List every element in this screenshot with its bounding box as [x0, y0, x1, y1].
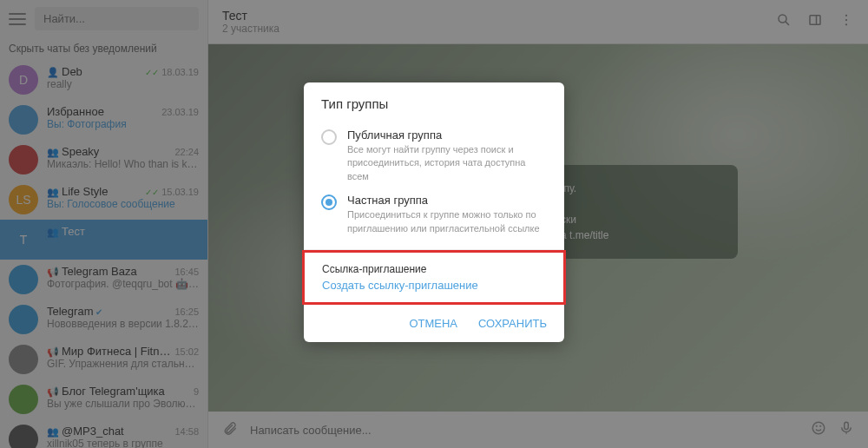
- save-button[interactable]: СОХРАНИТЬ: [478, 317, 547, 330]
- invite-link-section: Ссылка-приглашение Создать ссылку-пригла…: [302, 250, 566, 305]
- radio-option[interactable]: Публичная группаВсе могут найти группу ч…: [321, 123, 547, 188]
- radio-circle: [321, 129, 337, 145]
- create-invite-link[interactable]: Создать ссылку-приглашение: [322, 279, 546, 292]
- radio-option[interactable]: Частная группаПрисоединиться к группе мо…: [321, 188, 547, 240]
- radio-description: Присоединиться к группе можно только по …: [347, 208, 547, 235]
- invite-title: Ссылка-приглашение: [322, 263, 546, 275]
- dialog-title: Тип группы: [304, 82, 564, 120]
- radio-circle: [321, 194, 337, 210]
- group-type-dialog: Тип группы Публичная группаВсе могут най…: [304, 82, 564, 342]
- radio-label: Публичная группа: [347, 128, 547, 142]
- radio-description: Все могут найти группу через поиск и при…: [347, 143, 547, 183]
- cancel-button[interactable]: ОТМЕНА: [409, 317, 457, 330]
- radio-label: Частная группа: [347, 194, 547, 207]
